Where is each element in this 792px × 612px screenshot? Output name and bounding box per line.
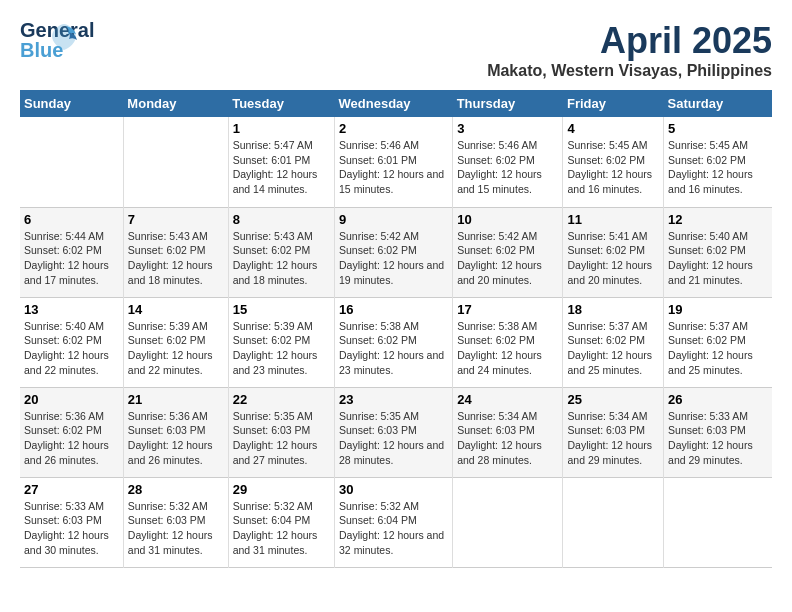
weekday-header-tuesday: Tuesday (228, 90, 334, 117)
calendar-cell: 1Sunrise: 5:47 AM Sunset: 6:01 PM Daylig… (228, 117, 334, 207)
day-info: Sunrise: 5:38 AM Sunset: 6:02 PM Dayligh… (339, 319, 448, 378)
day-number: 22 (233, 392, 330, 407)
day-info: Sunrise: 5:35 AM Sunset: 6:03 PM Dayligh… (233, 409, 330, 468)
day-number: 14 (128, 302, 224, 317)
day-number: 28 (128, 482, 224, 497)
weekday-header-row: SundayMondayTuesdayWednesdayThursdayFrid… (20, 90, 772, 117)
day-info: Sunrise: 5:33 AM Sunset: 6:03 PM Dayligh… (24, 499, 119, 558)
calendar-cell: 4Sunrise: 5:45 AM Sunset: 6:02 PM Daylig… (563, 117, 664, 207)
day-number: 7 (128, 212, 224, 227)
calendar-cell (123, 117, 228, 207)
day-info: Sunrise: 5:41 AM Sunset: 6:02 PM Dayligh… (567, 229, 659, 288)
day-info: Sunrise: 5:37 AM Sunset: 6:02 PM Dayligh… (567, 319, 659, 378)
calendar-cell: 15Sunrise: 5:39 AM Sunset: 6:02 PM Dayli… (228, 297, 334, 387)
day-info: Sunrise: 5:32 AM Sunset: 6:04 PM Dayligh… (339, 499, 448, 558)
calendar-cell: 22Sunrise: 5:35 AM Sunset: 6:03 PM Dayli… (228, 387, 334, 477)
day-number: 1 (233, 121, 330, 136)
calendar-cell: 27Sunrise: 5:33 AM Sunset: 6:03 PM Dayli… (20, 477, 123, 567)
day-number: 19 (668, 302, 768, 317)
location-title: Makato, Western Visayas, Philippines (487, 62, 772, 80)
calendar-cell: 19Sunrise: 5:37 AM Sunset: 6:02 PM Dayli… (664, 297, 772, 387)
calendar-cell: 24Sunrise: 5:34 AM Sunset: 6:03 PM Dayli… (453, 387, 563, 477)
day-info: Sunrise: 5:40 AM Sunset: 6:02 PM Dayligh… (24, 319, 119, 378)
day-info: Sunrise: 5:47 AM Sunset: 6:01 PM Dayligh… (233, 138, 330, 197)
day-number: 24 (457, 392, 558, 407)
day-info: Sunrise: 5:42 AM Sunset: 6:02 PM Dayligh… (457, 229, 558, 288)
calendar-cell (563, 477, 664, 567)
day-number: 12 (668, 212, 768, 227)
calendar-cell: 12Sunrise: 5:40 AM Sunset: 6:02 PM Dayli… (664, 207, 772, 297)
day-info: Sunrise: 5:40 AM Sunset: 6:02 PM Dayligh… (668, 229, 768, 288)
day-info: Sunrise: 5:46 AM Sunset: 6:01 PM Dayligh… (339, 138, 448, 197)
calendar-cell: 20Sunrise: 5:36 AM Sunset: 6:02 PM Dayli… (20, 387, 123, 477)
day-info: Sunrise: 5:43 AM Sunset: 6:02 PM Dayligh… (233, 229, 330, 288)
calendar-cell: 7Sunrise: 5:43 AM Sunset: 6:02 PM Daylig… (123, 207, 228, 297)
calendar-cell: 17Sunrise: 5:38 AM Sunset: 6:02 PM Dayli… (453, 297, 563, 387)
day-number: 4 (567, 121, 659, 136)
weekday-header-monday: Monday (123, 90, 228, 117)
weekday-header-wednesday: Wednesday (335, 90, 453, 117)
calendar-cell: 3Sunrise: 5:46 AM Sunset: 6:02 PM Daylig… (453, 117, 563, 207)
day-info: Sunrise: 5:32 AM Sunset: 6:03 PM Dayligh… (128, 499, 224, 558)
day-info: Sunrise: 5:35 AM Sunset: 6:03 PM Dayligh… (339, 409, 448, 468)
day-number: 27 (24, 482, 119, 497)
calendar-cell: 14Sunrise: 5:39 AM Sunset: 6:02 PM Dayli… (123, 297, 228, 387)
day-info: Sunrise: 5:36 AM Sunset: 6:03 PM Dayligh… (128, 409, 224, 468)
day-number: 20 (24, 392, 119, 407)
day-number: 29 (233, 482, 330, 497)
logo: General Blue (20, 20, 70, 65)
day-number: 5 (668, 121, 768, 136)
day-info: Sunrise: 5:42 AM Sunset: 6:02 PM Dayligh… (339, 229, 448, 288)
calendar-cell: 29Sunrise: 5:32 AM Sunset: 6:04 PM Dayli… (228, 477, 334, 567)
day-info: Sunrise: 5:44 AM Sunset: 6:02 PM Dayligh… (24, 229, 119, 288)
day-number: 11 (567, 212, 659, 227)
day-number: 25 (567, 392, 659, 407)
calendar-week-row: 1Sunrise: 5:47 AM Sunset: 6:01 PM Daylig… (20, 117, 772, 207)
weekday-header-friday: Friday (563, 90, 664, 117)
day-number: 6 (24, 212, 119, 227)
calendar-cell: 28Sunrise: 5:32 AM Sunset: 6:03 PM Dayli… (123, 477, 228, 567)
day-info: Sunrise: 5:45 AM Sunset: 6:02 PM Dayligh… (567, 138, 659, 197)
day-info: Sunrise: 5:43 AM Sunset: 6:02 PM Dayligh… (128, 229, 224, 288)
calendar-cell (453, 477, 563, 567)
day-info: Sunrise: 5:46 AM Sunset: 6:02 PM Dayligh… (457, 138, 558, 197)
month-title: April 2025 (487, 20, 772, 62)
calendar-table: SundayMondayTuesdayWednesdayThursdayFrid… (20, 90, 772, 568)
day-info: Sunrise: 5:38 AM Sunset: 6:02 PM Dayligh… (457, 319, 558, 378)
calendar-week-row: 20Sunrise: 5:36 AM Sunset: 6:02 PM Dayli… (20, 387, 772, 477)
calendar-cell: 6Sunrise: 5:44 AM Sunset: 6:02 PM Daylig… (20, 207, 123, 297)
day-info: Sunrise: 5:36 AM Sunset: 6:02 PM Dayligh… (24, 409, 119, 468)
calendar-cell: 26Sunrise: 5:33 AM Sunset: 6:03 PM Dayli… (664, 387, 772, 477)
day-number: 16 (339, 302, 448, 317)
weekday-header-thursday: Thursday (453, 90, 563, 117)
calendar-cell: 2Sunrise: 5:46 AM Sunset: 6:01 PM Daylig… (335, 117, 453, 207)
day-number: 21 (128, 392, 224, 407)
calendar-cell (664, 477, 772, 567)
weekday-header-saturday: Saturday (664, 90, 772, 117)
day-info: Sunrise: 5:32 AM Sunset: 6:04 PM Dayligh… (233, 499, 330, 558)
calendar-week-row: 27Sunrise: 5:33 AM Sunset: 6:03 PM Dayli… (20, 477, 772, 567)
day-number: 3 (457, 121, 558, 136)
day-number: 13 (24, 302, 119, 317)
day-info: Sunrise: 5:33 AM Sunset: 6:03 PM Dayligh… (668, 409, 768, 468)
calendar-cell: 18Sunrise: 5:37 AM Sunset: 6:02 PM Dayli… (563, 297, 664, 387)
day-info: Sunrise: 5:34 AM Sunset: 6:03 PM Dayligh… (567, 409, 659, 468)
day-info: Sunrise: 5:37 AM Sunset: 6:02 PM Dayligh… (668, 319, 768, 378)
day-info: Sunrise: 5:34 AM Sunset: 6:03 PM Dayligh… (457, 409, 558, 468)
day-number: 2 (339, 121, 448, 136)
calendar-cell: 25Sunrise: 5:34 AM Sunset: 6:03 PM Dayli… (563, 387, 664, 477)
page-header: General Blue April 2025 Makato, Western … (20, 20, 772, 80)
calendar-cell: 23Sunrise: 5:35 AM Sunset: 6:03 PM Dayli… (335, 387, 453, 477)
calendar-cell: 11Sunrise: 5:41 AM Sunset: 6:02 PM Dayli… (563, 207, 664, 297)
day-info: Sunrise: 5:45 AM Sunset: 6:02 PM Dayligh… (668, 138, 768, 197)
day-info: Sunrise: 5:39 AM Sunset: 6:02 PM Dayligh… (233, 319, 330, 378)
day-number: 10 (457, 212, 558, 227)
calendar-cell: 8Sunrise: 5:43 AM Sunset: 6:02 PM Daylig… (228, 207, 334, 297)
day-number: 26 (668, 392, 768, 407)
calendar-cell: 13Sunrise: 5:40 AM Sunset: 6:02 PM Dayli… (20, 297, 123, 387)
calendar-cell: 9Sunrise: 5:42 AM Sunset: 6:02 PM Daylig… (335, 207, 453, 297)
weekday-header-sunday: Sunday (20, 90, 123, 117)
calendar-week-row: 6Sunrise: 5:44 AM Sunset: 6:02 PM Daylig… (20, 207, 772, 297)
calendar-cell: 5Sunrise: 5:45 AM Sunset: 6:02 PM Daylig… (664, 117, 772, 207)
day-number: 9 (339, 212, 448, 227)
